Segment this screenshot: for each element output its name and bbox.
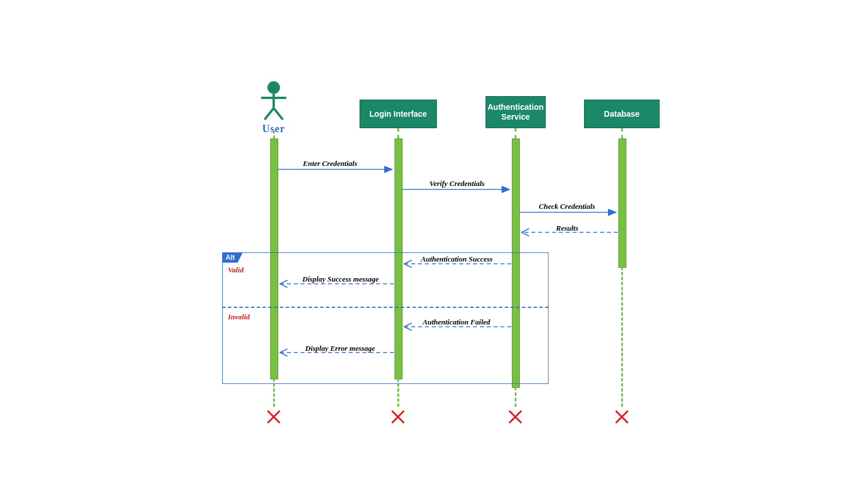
terminate-auth [507, 407, 524, 425]
msg-display-error: Display Error message [305, 344, 375, 353]
msg-display-success: Display Success message [302, 275, 379, 284]
alt-fragment-label: Alt [222, 252, 243, 263]
lifeline-auth-tail [515, 387, 516, 407]
terminate-user [265, 407, 282, 425]
svg-point-0 [267, 81, 280, 94]
lifeline-auth-top [515, 128, 516, 138]
lifeline-login-top [397, 128, 399, 138]
lifeline-user-top [273, 130, 275, 138]
msg-check-credentials: Check Credentials [539, 202, 595, 211]
participant-login-interface: Login Interface [360, 100, 437, 128]
svg-line-4 [274, 108, 283, 120]
participant-auth-label: Authentication Service [488, 102, 544, 122]
participant-authentication-service: Authentication Service [486, 96, 546, 128]
actor-user: User [257, 81, 291, 135]
lifeline-db-top [621, 128, 623, 138]
participant-login-label: Login Interface [369, 109, 427, 119]
alt-divider [222, 307, 549, 308]
msg-auth-failed: Authentication Failed [423, 318, 490, 327]
msg-verify-credentials: Verify Credentials [429, 179, 484, 188]
svg-line-3 [265, 108, 274, 120]
guard-invalid: Invalid [228, 312, 250, 322]
terminate-login [389, 407, 407, 425]
guard-valid: Valid [228, 266, 243, 275]
msg-auth-success: Authentication Success [421, 255, 492, 264]
msg-enter-credentials: Enter Credentials [303, 159, 357, 168]
alt-fragment: Alt [222, 252, 549, 384]
participant-db-label: Database [604, 109, 640, 119]
activation-db [618, 138, 626, 268]
participant-database: Database [584, 100, 660, 128]
msg-results: Results [556, 224, 578, 233]
lifeline-db-tail [621, 267, 623, 407]
terminate-db [613, 407, 630, 425]
arrows-overlay [22, 15, 846, 484]
sequence-diagram-canvas: User Login Interface Authentication Serv… [22, 15, 846, 484]
